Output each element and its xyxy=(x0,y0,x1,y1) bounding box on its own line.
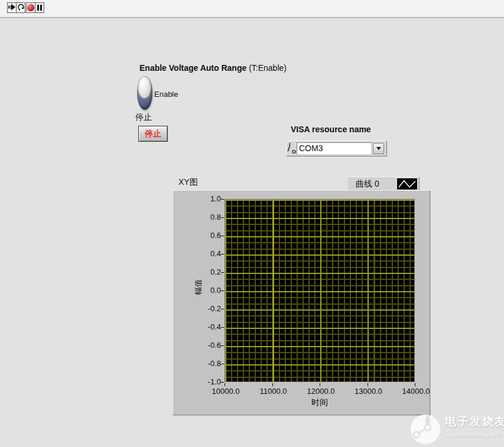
graph-title: XY图 xyxy=(178,177,198,188)
watermark-url: www.elecfans.com xyxy=(446,431,499,438)
elecfans-logo-icon xyxy=(409,438,443,447)
y-tick-mark xyxy=(221,199,224,200)
y-tick-label: 0.6 xyxy=(188,231,221,240)
io-icon: I/O xyxy=(287,142,297,155)
x-tick-mark xyxy=(415,383,415,386)
visa-resource-combo: I/O COM3 xyxy=(286,141,387,156)
y-tick-mark xyxy=(221,345,224,346)
plot-legend[interactable]: 曲线 0 xyxy=(347,177,420,191)
run-continuously-icon xyxy=(17,2,25,13)
y-tick-label: -0.2 xyxy=(188,304,221,314)
y-tick-label: -1.0 xyxy=(188,377,221,387)
run-button[interactable] xyxy=(7,2,17,13)
y-tick-label: 0.8 xyxy=(188,213,221,222)
y-tick-mark xyxy=(221,272,224,273)
y-tick-mark xyxy=(221,327,224,328)
x-tick-mark xyxy=(320,383,320,386)
x-tick-mark xyxy=(272,383,273,386)
toolbar xyxy=(0,0,504,18)
y-tick-label: -0.4 xyxy=(188,322,221,332)
y-tick-label: 0.2 xyxy=(188,267,221,277)
run-continuously-button[interactable] xyxy=(16,2,25,13)
auto-range-label: Enable Voltage Auto Range (T:Enable) xyxy=(139,63,287,73)
x-tick-label: 10000.0 xyxy=(205,387,246,396)
y-tick-mark xyxy=(221,236,224,236)
x-tick-mark xyxy=(368,383,368,386)
pause-icon xyxy=(37,5,42,11)
elecfans-watermark: 电子发烧友 www.elecfans.com xyxy=(409,412,504,447)
watermark-title: 电子发烧友 xyxy=(445,414,504,429)
abort-button[interactable] xyxy=(26,2,35,13)
plot-style-icon[interactable] xyxy=(396,178,418,190)
enable-toggle-switch[interactable] xyxy=(137,76,152,110)
abort-icon xyxy=(27,4,34,11)
y-tick-mark xyxy=(221,364,224,364)
visa-resource-label: VISA resource name xyxy=(291,125,371,134)
stop-caption: 停止 xyxy=(135,112,152,123)
x-tick-label: 13000.0 xyxy=(348,387,389,396)
y-tick-label: -0.6 xyxy=(188,341,221,350)
y-tick-mark xyxy=(221,309,224,309)
toggle-knob[interactable] xyxy=(138,76,151,99)
x-tick-label: 14000.0 xyxy=(395,387,437,396)
y-tick-mark xyxy=(221,254,224,255)
x-tick-label: 11000.0 xyxy=(253,387,294,396)
stop-button[interactable]: 停止 xyxy=(138,126,168,142)
y-tick-label: 0.0 xyxy=(188,286,221,295)
run-icon xyxy=(8,2,16,13)
legend-plot-name: 曲线 0 xyxy=(356,179,379,190)
y-tick-label: 0.4 xyxy=(188,249,221,259)
y-tick-mark xyxy=(221,291,224,291)
plot-area[interactable] xyxy=(225,199,415,382)
x-tick-mark xyxy=(225,383,225,386)
y-tick-label: -0.8 xyxy=(188,359,221,368)
y-tick-label: 1.0 xyxy=(188,194,221,204)
xy-graph: 幅值 时间 1.00.80.60.40.20.0-0.2-0.4-0.6-0.8… xyxy=(173,190,430,415)
chevron-down-icon xyxy=(376,147,381,150)
visa-dropdown-button[interactable] xyxy=(373,143,384,154)
visa-resource-value[interactable]: COM3 xyxy=(297,142,372,155)
x-tick-label: 12000.0 xyxy=(300,387,342,396)
x-axis-label: 时间 xyxy=(225,397,415,408)
y-tick-mark xyxy=(221,382,224,383)
toggle-state-label: Enable xyxy=(154,90,178,99)
pause-button[interactable] xyxy=(35,2,44,13)
y-tick-mark xyxy=(221,217,224,218)
